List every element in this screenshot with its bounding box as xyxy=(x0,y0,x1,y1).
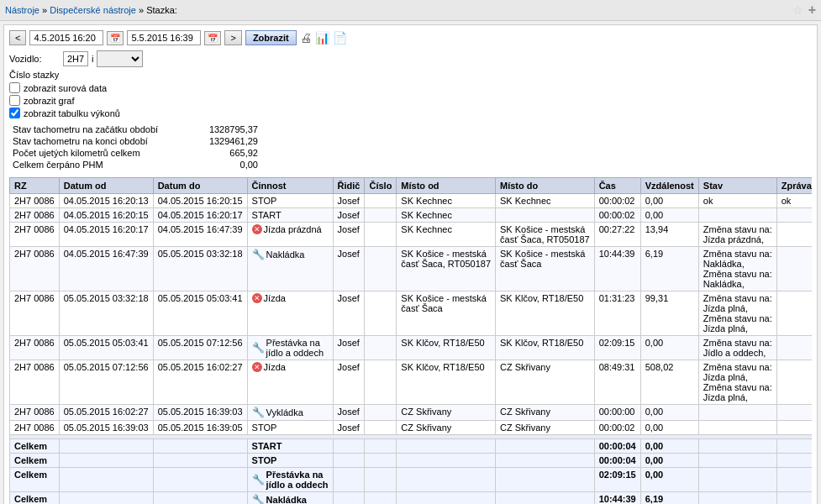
checkbox-table-label: zobrazit tabulku výkonů xyxy=(24,108,120,118)
date-from-input[interactable] xyxy=(29,30,103,45)
checkbox-table-input[interactable] xyxy=(9,108,20,118)
stat-value: 0,00 xyxy=(194,159,261,171)
table-cell: 05.05.2015 16:02:27 xyxy=(59,405,153,421)
table-cell: 0,00 xyxy=(640,208,698,223)
table-cell xyxy=(698,208,776,223)
print-icon[interactable]: 🖨 xyxy=(300,31,312,45)
table-cell: 🔧Přestávka najídlo a oddech xyxy=(247,336,333,360)
summary-activity: 🔧Nakládka xyxy=(247,492,333,505)
table-cell xyxy=(365,223,397,247)
table-cell: 05.05.2015 03:32:18 xyxy=(153,247,247,291)
table-cell: Změna stavu na:Jízda plná,Změna stavu na… xyxy=(698,291,776,336)
break-icon: 🔧 xyxy=(252,342,265,354)
vehicle-select[interactable] xyxy=(97,50,143,67)
next-button[interactable]: > xyxy=(224,30,241,45)
table-cell: 0,00 xyxy=(640,336,698,360)
table-cell xyxy=(365,194,397,208)
stat-value: 665,92 xyxy=(194,147,261,159)
table-cell: ok xyxy=(698,194,776,208)
table-cell: SK Kechnec xyxy=(397,223,496,247)
breadcrumb-dispatch[interactable]: Dispečerské nástroje xyxy=(50,5,136,15)
data-table-wrap: RZDatum odDatum doČinnostŘidičČísloMísto… xyxy=(9,177,812,504)
table-cell: 05.05.2015 07:12:56 xyxy=(153,336,247,360)
summary-activity: STOP xyxy=(247,454,333,468)
col-header: Zpráva xyxy=(776,178,812,194)
table-cell: CZ Skřivany xyxy=(397,405,496,421)
unload-icon: 🔧 xyxy=(252,407,265,418)
table-cell xyxy=(776,421,812,435)
activity-cell: ✕Jízda xyxy=(252,293,329,303)
date-to-input[interactable] xyxy=(127,30,201,45)
show-button[interactable]: Zobrazit xyxy=(245,30,297,45)
table-cell: 05.05.2015 16:39:03 xyxy=(59,421,153,435)
activity-cell: ✕Jízda xyxy=(252,362,329,372)
checkbox-raw-input[interactable] xyxy=(9,82,20,93)
table-row: 2H7 008605.05.2015 07:12:5605.05.2015 16… xyxy=(10,360,813,405)
cal-from-button[interactable]: 📅 xyxy=(107,31,124,45)
col-header: Stav xyxy=(698,178,776,194)
breadcrumb-tools[interactable]: Nástroje xyxy=(5,5,39,15)
table-cell: SK Košice - mestskáčasť Šaca xyxy=(397,291,496,336)
summary-vzdalenost: 6,19 xyxy=(640,492,698,505)
activity-cell: 🔧Přestávka najídlo a oddech xyxy=(252,470,329,490)
activity-cell: STOP xyxy=(252,455,329,465)
table-cell: CZ Skřivany xyxy=(397,421,496,435)
summary-label: Celkem xyxy=(10,454,60,468)
prev-button[interactable]: < xyxy=(9,30,26,45)
stat-label: Stav tachometru na začátku období xyxy=(9,123,194,135)
table-cell: 04.05.2015 16:20:15 xyxy=(59,208,153,223)
col-header: Datum do xyxy=(153,178,247,194)
table-cell: 00:00:02 xyxy=(594,208,640,223)
export-doc-icon[interactable]: 📄 xyxy=(333,31,347,45)
table-cell: 6,19 xyxy=(640,247,698,291)
table-row: 2H7 008605.05.2015 16:39:0305.05.2015 16… xyxy=(10,421,813,435)
add-icon[interactable]: + xyxy=(808,3,816,18)
table-cell: SK Kechnec xyxy=(496,194,595,208)
table-cell xyxy=(776,247,812,291)
vehicle-input[interactable] xyxy=(63,51,88,66)
stat-value: 1328795,37 xyxy=(194,123,261,135)
table-cell xyxy=(496,208,595,223)
checkbox-raw-label: zobrazit surová data xyxy=(24,83,107,93)
breadcrumb-current: Stazka: xyxy=(146,5,177,15)
table-cell: 01:31:23 xyxy=(594,291,640,336)
table-cell: SK Klčov, RT18/E50 xyxy=(496,291,595,336)
table-cell: Josef xyxy=(333,405,365,421)
table-row: 2H7 008604.05.2015 16:47:3905.05.2015 03… xyxy=(10,247,813,291)
table-cell: Josef xyxy=(333,360,365,405)
col-header: Místo do xyxy=(496,178,595,194)
table-cell: 05.05.2015 05:03:41 xyxy=(59,336,153,360)
table-cell: CZ Skřivany xyxy=(496,360,595,405)
table-cell: SK Košice - mestskáčasť Šaca xyxy=(496,247,595,291)
table-cell: 10:44:39 xyxy=(594,247,640,291)
table-cell: SK Kechnec xyxy=(397,194,496,208)
table-cell xyxy=(776,336,812,360)
checkbox-graph-label: zobrazit graf xyxy=(24,96,75,106)
export-xls-icon[interactable]: 📊 xyxy=(315,31,329,45)
main-table: RZDatum odDatum doČinnostŘidičČísloMísto… xyxy=(9,177,812,504)
col-header: Čas xyxy=(594,178,640,194)
star-icon[interactable]: ☆ xyxy=(792,3,803,17)
table-cell: 0,00 xyxy=(640,421,698,435)
col-header: Činnost xyxy=(247,178,333,194)
activity-cell: 🔧Nakládka xyxy=(252,249,329,260)
load-icon: 🔧 xyxy=(252,249,265,260)
summary-cas: 00:00:04 xyxy=(594,439,640,454)
table-cell: 2H7 0086 xyxy=(10,291,60,336)
table-cell: STOP xyxy=(247,194,333,208)
vehicle-label: Vozidlo: xyxy=(9,54,60,64)
table-cell: ✕Jízda xyxy=(247,291,333,336)
summary-cas: 02:09:15 xyxy=(594,468,640,492)
table-cell: 00:00:02 xyxy=(594,421,640,435)
summary-label: Celkem xyxy=(10,439,60,454)
table-cell: SK Kechnec xyxy=(397,208,496,223)
table-cell: 00:27:22 xyxy=(594,223,640,247)
table-cell: Změna stavu na:Jízda prázdná, xyxy=(698,223,776,247)
table-cell xyxy=(365,360,397,405)
cal-to-button[interactable]: 📅 xyxy=(204,31,221,45)
checkbox-graph-input[interactable] xyxy=(9,95,20,106)
table-cell xyxy=(365,208,397,223)
summary-cas: 00:00:04 xyxy=(594,454,640,468)
vehicle-suffix: i xyxy=(92,54,93,64)
stat-value: 1329461,29 xyxy=(194,135,261,147)
